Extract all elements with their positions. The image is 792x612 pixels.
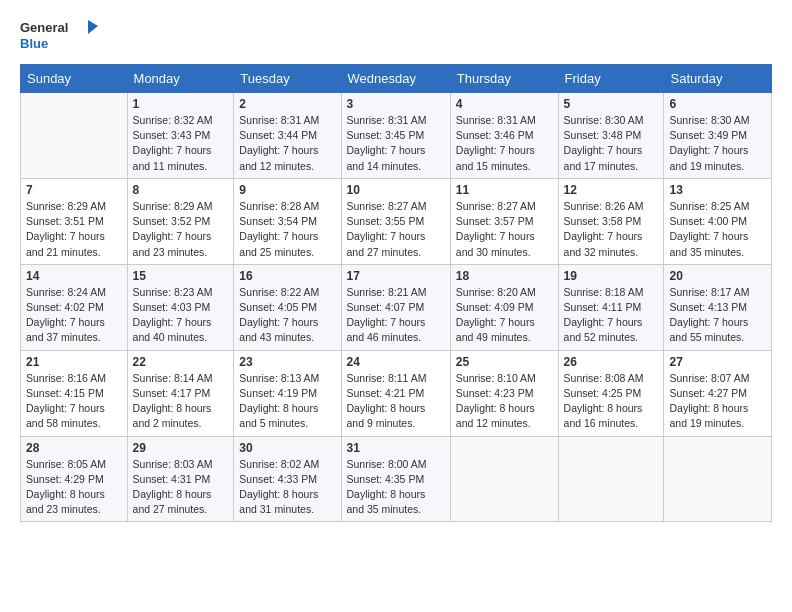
day-info: Sunrise: 8:23 AMSunset: 4:03 PMDaylight:… bbox=[133, 285, 229, 346]
day-info: Sunrise: 8:07 AMSunset: 4:27 PMDaylight:… bbox=[669, 371, 766, 432]
day-number: 5 bbox=[564, 97, 659, 111]
day-cell: 3Sunrise: 8:31 AMSunset: 3:45 PMDaylight… bbox=[341, 93, 450, 179]
day-info: Sunrise: 8:02 AMSunset: 4:33 PMDaylight:… bbox=[239, 457, 335, 518]
day-info: Sunrise: 8:31 AMSunset: 3:45 PMDaylight:… bbox=[347, 113, 445, 174]
day-number: 23 bbox=[239, 355, 335, 369]
day-info: Sunrise: 8:26 AMSunset: 3:58 PMDaylight:… bbox=[564, 199, 659, 260]
svg-text:Blue: Blue bbox=[20, 36, 48, 51]
day-cell: 6Sunrise: 8:30 AMSunset: 3:49 PMDaylight… bbox=[664, 93, 772, 179]
day-number: 21 bbox=[26, 355, 122, 369]
col-header-monday: Monday bbox=[127, 65, 234, 93]
day-number: 29 bbox=[133, 441, 229, 455]
day-number: 22 bbox=[133, 355, 229, 369]
day-cell: 25Sunrise: 8:10 AMSunset: 4:23 PMDayligh… bbox=[450, 350, 558, 436]
day-number: 24 bbox=[347, 355, 445, 369]
day-number: 25 bbox=[456, 355, 553, 369]
day-info: Sunrise: 8:25 AMSunset: 4:00 PMDaylight:… bbox=[669, 199, 766, 260]
day-cell: 20Sunrise: 8:17 AMSunset: 4:13 PMDayligh… bbox=[664, 264, 772, 350]
day-cell: 24Sunrise: 8:11 AMSunset: 4:21 PMDayligh… bbox=[341, 350, 450, 436]
day-number: 7 bbox=[26, 183, 122, 197]
day-number: 1 bbox=[133, 97, 229, 111]
day-info: Sunrise: 8:16 AMSunset: 4:15 PMDaylight:… bbox=[26, 371, 122, 432]
svg-text:General: General bbox=[20, 20, 68, 35]
day-cell: 26Sunrise: 8:08 AMSunset: 4:25 PMDayligh… bbox=[558, 350, 664, 436]
col-header-thursday: Thursday bbox=[450, 65, 558, 93]
col-header-wednesday: Wednesday bbox=[341, 65, 450, 93]
col-header-tuesday: Tuesday bbox=[234, 65, 341, 93]
day-cell: 14Sunrise: 8:24 AMSunset: 4:02 PMDayligh… bbox=[21, 264, 128, 350]
day-cell: 23Sunrise: 8:13 AMSunset: 4:19 PMDayligh… bbox=[234, 350, 341, 436]
col-header-friday: Friday bbox=[558, 65, 664, 93]
day-info: Sunrise: 8:22 AMSunset: 4:05 PMDaylight:… bbox=[239, 285, 335, 346]
day-info: Sunrise: 8:13 AMSunset: 4:19 PMDaylight:… bbox=[239, 371, 335, 432]
day-cell: 19Sunrise: 8:18 AMSunset: 4:11 PMDayligh… bbox=[558, 264, 664, 350]
day-info: Sunrise: 8:10 AMSunset: 4:23 PMDaylight:… bbox=[456, 371, 553, 432]
day-number: 16 bbox=[239, 269, 335, 283]
day-cell: 31Sunrise: 8:00 AMSunset: 4:35 PMDayligh… bbox=[341, 436, 450, 522]
day-info: Sunrise: 8:30 AMSunset: 3:49 PMDaylight:… bbox=[669, 113, 766, 174]
logo-svg: General Blue bbox=[20, 16, 100, 54]
day-number: 8 bbox=[133, 183, 229, 197]
day-number: 27 bbox=[669, 355, 766, 369]
day-info: Sunrise: 8:11 AMSunset: 4:21 PMDaylight:… bbox=[347, 371, 445, 432]
day-cell: 10Sunrise: 8:27 AMSunset: 3:55 PMDayligh… bbox=[341, 178, 450, 264]
day-number: 20 bbox=[669, 269, 766, 283]
day-cell: 12Sunrise: 8:26 AMSunset: 3:58 PMDayligh… bbox=[558, 178, 664, 264]
day-number: 15 bbox=[133, 269, 229, 283]
day-number: 26 bbox=[564, 355, 659, 369]
col-header-saturday: Saturday bbox=[664, 65, 772, 93]
day-number: 28 bbox=[26, 441, 122, 455]
week-row-2: 7Sunrise: 8:29 AMSunset: 3:51 PMDaylight… bbox=[21, 178, 772, 264]
day-cell: 21Sunrise: 8:16 AMSunset: 4:15 PMDayligh… bbox=[21, 350, 128, 436]
day-cell: 7Sunrise: 8:29 AMSunset: 3:51 PMDaylight… bbox=[21, 178, 128, 264]
day-number: 18 bbox=[456, 269, 553, 283]
day-info: Sunrise: 8:31 AMSunset: 3:44 PMDaylight:… bbox=[239, 113, 335, 174]
day-cell: 11Sunrise: 8:27 AMSunset: 3:57 PMDayligh… bbox=[450, 178, 558, 264]
day-info: Sunrise: 8:32 AMSunset: 3:43 PMDaylight:… bbox=[133, 113, 229, 174]
day-cell: 2Sunrise: 8:31 AMSunset: 3:44 PMDaylight… bbox=[234, 93, 341, 179]
day-info: Sunrise: 8:29 AMSunset: 3:51 PMDaylight:… bbox=[26, 199, 122, 260]
day-cell: 1Sunrise: 8:32 AMSunset: 3:43 PMDaylight… bbox=[127, 93, 234, 179]
day-info: Sunrise: 8:30 AMSunset: 3:48 PMDaylight:… bbox=[564, 113, 659, 174]
day-info: Sunrise: 8:21 AMSunset: 4:07 PMDaylight:… bbox=[347, 285, 445, 346]
day-info: Sunrise: 8:05 AMSunset: 4:29 PMDaylight:… bbox=[26, 457, 122, 518]
day-cell: 16Sunrise: 8:22 AMSunset: 4:05 PMDayligh… bbox=[234, 264, 341, 350]
day-cell: 15Sunrise: 8:23 AMSunset: 4:03 PMDayligh… bbox=[127, 264, 234, 350]
svg-marker-2 bbox=[88, 20, 98, 34]
day-cell bbox=[664, 436, 772, 522]
day-cell bbox=[450, 436, 558, 522]
week-row-1: 1Sunrise: 8:32 AMSunset: 3:43 PMDaylight… bbox=[21, 93, 772, 179]
day-cell: 30Sunrise: 8:02 AMSunset: 4:33 PMDayligh… bbox=[234, 436, 341, 522]
day-number: 30 bbox=[239, 441, 335, 455]
day-cell: 9Sunrise: 8:28 AMSunset: 3:54 PMDaylight… bbox=[234, 178, 341, 264]
day-info: Sunrise: 8:31 AMSunset: 3:46 PMDaylight:… bbox=[456, 113, 553, 174]
day-info: Sunrise: 8:24 AMSunset: 4:02 PMDaylight:… bbox=[26, 285, 122, 346]
day-number: 10 bbox=[347, 183, 445, 197]
day-info: Sunrise: 8:20 AMSunset: 4:09 PMDaylight:… bbox=[456, 285, 553, 346]
page: General Blue SundayMondayTuesdayWednesda… bbox=[0, 0, 792, 612]
day-number: 9 bbox=[239, 183, 335, 197]
day-number: 6 bbox=[669, 97, 766, 111]
day-number: 12 bbox=[564, 183, 659, 197]
day-number: 3 bbox=[347, 97, 445, 111]
calendar-body: 1Sunrise: 8:32 AMSunset: 3:43 PMDaylight… bbox=[21, 93, 772, 522]
day-cell: 22Sunrise: 8:14 AMSunset: 4:17 PMDayligh… bbox=[127, 350, 234, 436]
day-cell: 13Sunrise: 8:25 AMSunset: 4:00 PMDayligh… bbox=[664, 178, 772, 264]
day-cell: 18Sunrise: 8:20 AMSunset: 4:09 PMDayligh… bbox=[450, 264, 558, 350]
day-number: 31 bbox=[347, 441, 445, 455]
week-row-5: 28Sunrise: 8:05 AMSunset: 4:29 PMDayligh… bbox=[21, 436, 772, 522]
week-row-4: 21Sunrise: 8:16 AMSunset: 4:15 PMDayligh… bbox=[21, 350, 772, 436]
calendar-table: SundayMondayTuesdayWednesdayThursdayFrid… bbox=[20, 64, 772, 522]
day-cell: 5Sunrise: 8:30 AMSunset: 3:48 PMDaylight… bbox=[558, 93, 664, 179]
header: General Blue bbox=[20, 16, 772, 54]
day-cell: 8Sunrise: 8:29 AMSunset: 3:52 PMDaylight… bbox=[127, 178, 234, 264]
day-number: 13 bbox=[669, 183, 766, 197]
day-info: Sunrise: 8:18 AMSunset: 4:11 PMDaylight:… bbox=[564, 285, 659, 346]
logo: General Blue bbox=[20, 16, 100, 54]
day-number: 14 bbox=[26, 269, 122, 283]
col-header-sunday: Sunday bbox=[21, 65, 128, 93]
day-number: 17 bbox=[347, 269, 445, 283]
day-info: Sunrise: 8:17 AMSunset: 4:13 PMDaylight:… bbox=[669, 285, 766, 346]
day-cell bbox=[558, 436, 664, 522]
day-info: Sunrise: 8:28 AMSunset: 3:54 PMDaylight:… bbox=[239, 199, 335, 260]
